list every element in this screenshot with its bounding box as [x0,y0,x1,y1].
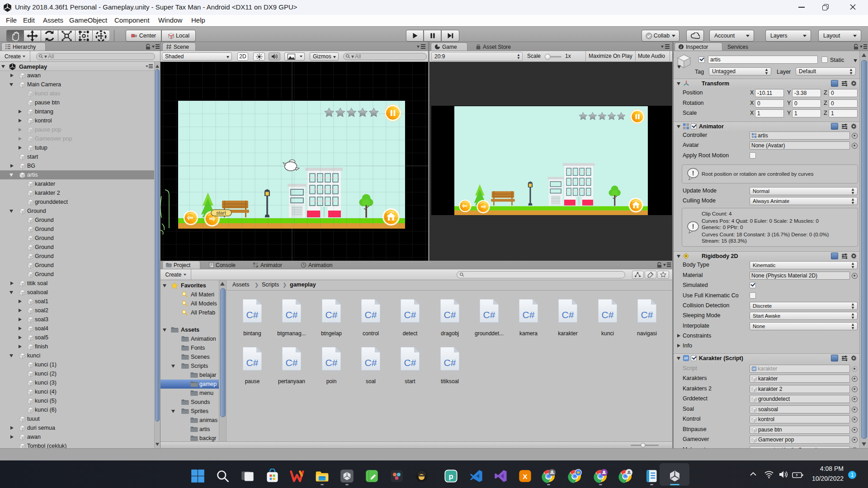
svg-text:!: ! [692,223,694,230]
svg-text:start: start [216,210,226,216]
svg-text:c#: c# [753,367,756,370]
svg-text:!: ! [692,169,694,177]
svg-text:p: p [448,472,453,480]
svg-text:X: X [523,473,528,480]
svg-text:c#: c# [684,357,688,360]
